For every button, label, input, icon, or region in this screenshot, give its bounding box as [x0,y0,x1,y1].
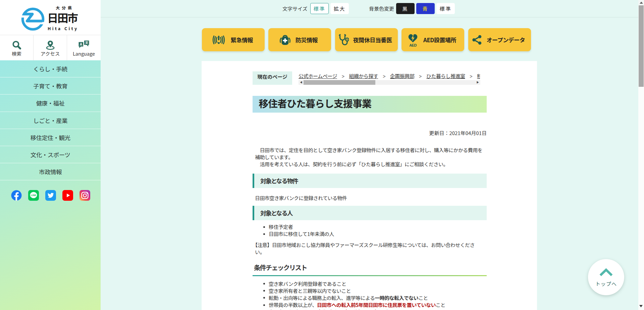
svg-text:A: A [80,43,83,46]
svg-text:文: 文 [85,40,89,45]
svg-text:LINE: LINE [31,194,36,196]
svg-text:AED: AED [409,43,417,47]
